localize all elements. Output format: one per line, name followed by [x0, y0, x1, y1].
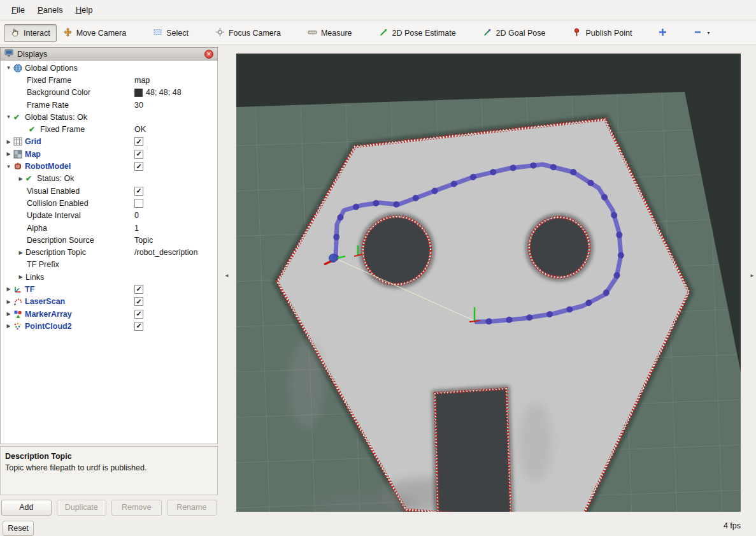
tree-row-markerarray[interactable]: ▶ MarkerArray ✓ [1, 308, 217, 320]
tool-label: Measure [321, 29, 352, 38]
fixed-frame-value[interactable]: map [134, 76, 150, 85]
pose-estimate-arrow-icon [379, 27, 389, 39]
displays-panel-icon [4, 49, 13, 59]
move-camera-tool-button[interactable]: Move Camera [57, 24, 133, 42]
alpha-value[interactable]: 1 [134, 224, 139, 233]
update-interval-value[interactable]: 0 [134, 211, 139, 220]
menu-file[interactable]: File [5, 2, 31, 18]
measure-tool-button[interactable]: Measure [301, 24, 359, 42]
laserscan-checkbox[interactable]: ✓ [134, 297, 143, 306]
displays-panel: Displays ✕ ▼ Global Options Fixed Frame … [0, 47, 218, 516]
tree-row-pointcloud2[interactable]: ▶ PointCloud2 ✓ [1, 320, 217, 332]
rename-button[interactable]: Rename [167, 500, 217, 516]
expander-closed-icon[interactable]: ▶ [4, 323, 13, 329]
expander-closed-icon[interactable]: ▶ [16, 274, 25, 280]
row-label: PointCloud2 [25, 322, 72, 331]
row-label: Description Source [27, 236, 94, 245]
displays-panel-header[interactable]: Displays ✕ [0, 47, 218, 61]
tree-row-background-color[interactable]: Background Color 48; 48; 48 [1, 87, 217, 99]
row-label: Update Interval [27, 211, 81, 220]
expander-closed-icon[interactable]: ▶ [4, 299, 13, 305]
goal-pose-tool-button[interactable]: 2D Goal Pose [476, 24, 552, 42]
row-label: Grid [25, 137, 41, 146]
expander-closed-icon[interactable]: ▶ [4, 139, 13, 145]
tree-row-description-topic[interactable]: ▶ Description Topic /robot_description [1, 246, 217, 258]
row-label: Fixed Frame [40, 125, 85, 134]
expander-closed-icon[interactable]: ▶ [4, 151, 13, 157]
color-swatch[interactable] [134, 89, 143, 97]
panel-title: Displays [17, 50, 201, 59]
displays-tree: ▼ Global Options Fixed Frame map Backgro… [0, 61, 218, 444]
tree-row-collision-enabled[interactable]: Collision Enabled [1, 197, 217, 209]
focus-camera-tool-button[interactable]: Focus Camera [209, 24, 287, 42]
pointcloud2-checkbox[interactable]: ✓ [134, 322, 143, 331]
frame-rate-value[interactable]: 30 [134, 101, 143, 110]
focus-camera-icon [215, 27, 225, 39]
expander-closed-icon[interactable]: ▶ [16, 250, 25, 256]
expander-open-icon[interactable]: ▼ [4, 114, 13, 120]
checkmark: ✓ [136, 150, 141, 157]
panel-collapse-left-handle[interactable]: ◄ [224, 273, 229, 279]
expander-open-icon[interactable]: ▼ [4, 65, 13, 71]
tool-label: Interact [24, 29, 50, 38]
tree-row-update-interval[interactable]: Update Interval 0 [1, 210, 217, 222]
map-icon [13, 150, 25, 159]
tree-row-tf-prefix[interactable]: TF Prefix [1, 259, 217, 271]
row-label: Visual Enabled [27, 187, 80, 196]
tree-row-global-status[interactable]: ▼ ✔ Global Status: Ok [1, 111, 217, 123]
remove-tool-button[interactable]: ▾ [687, 24, 716, 42]
description-topic-value[interactable]: /robot_description [134, 248, 197, 257]
menu-panels[interactable]: Panels [31, 2, 69, 18]
map-checkbox[interactable]: ✓ [134, 150, 143, 159]
checkmark: ✓ [136, 163, 141, 170]
pose-estimate-tool-button[interactable]: 2D Pose Estimate [373, 24, 462, 42]
expander-closed-icon[interactable]: ▶ [16, 176, 25, 182]
tree-row-visual-enabled[interactable]: Visual Enabled ✓ [1, 185, 217, 197]
tree-row-robotmodel[interactable]: ▼ RobotModel ✓ [1, 160, 217, 172]
tree-row-grid[interactable]: ▶ Grid ✓ [1, 136, 217, 148]
grid-checkbox[interactable]: ✓ [134, 137, 143, 146]
tool-label: Focus Camera [229, 29, 281, 38]
collision-enabled-checkbox[interactable] [134, 199, 143, 208]
remove-button[interactable]: Remove [111, 500, 162, 516]
row-label: Global Options [25, 64, 78, 73]
tree-row-description-source[interactable]: Description Source Topic [1, 234, 217, 246]
grid-icon [13, 137, 25, 146]
tree-row-tf[interactable]: ▶ TF ✓ [1, 283, 217, 295]
tree-row-links[interactable]: ▶ Links [1, 271, 217, 283]
tree-row-alpha[interactable]: Alpha 1 [1, 222, 217, 234]
expander-closed-icon[interactable]: ▶ [4, 311, 13, 317]
reset-button[interactable]: Reset [3, 521, 34, 536]
add-tool-button[interactable] [652, 24, 673, 42]
tree-row-fixed-frame[interactable]: Fixed Frame map [1, 74, 217, 86]
publish-point-tool-button[interactable]: Publish Point [566, 24, 638, 42]
select-tool-button[interactable]: Select [146, 24, 195, 42]
tf-checkbox[interactable]: ✓ [134, 285, 143, 294]
tree-row-robotmodel-status[interactable]: ▶ ✔ Status: Ok [1, 173, 217, 185]
tree-row-fixed-frame-status[interactable]: ✔ Fixed Frame OK [1, 123, 217, 135]
expander-open-icon[interactable]: ▼ [4, 164, 13, 170]
close-panel-button[interactable]: ✕ [204, 50, 213, 59]
3d-viewport[interactable] [236, 54, 741, 512]
description-source-value[interactable]: Topic [134, 236, 153, 245]
tree-row-frame-rate[interactable]: Frame Rate 30 [1, 99, 217, 111]
markerarray-icon [13, 310, 25, 319]
background-color-value[interactable]: 48; 48; 48 [146, 88, 182, 97]
panel-collapse-right-handle[interactable]: ► [750, 273, 755, 279]
toolbar: Interact Move Camera Select Focus Camera… [0, 21, 756, 45]
add-button[interactable]: Add [1, 500, 52, 516]
tree-row-global-options[interactable]: ▼ Global Options [1, 62, 217, 74]
robotmodel-checkbox[interactable]: ✓ [134, 162, 143, 171]
tree-row-map[interactable]: ▶ Map ✓ [1, 148, 217, 160]
interact-tool-button[interactable]: Interact [4, 24, 57, 42]
plus-icon [659, 28, 667, 38]
row-label: TF Prefix [27, 260, 59, 269]
visual-enabled-checkbox[interactable]: ✓ [134, 187, 143, 196]
duplicate-button[interactable]: Duplicate [57, 500, 107, 516]
map-pin-icon [572, 27, 581, 39]
expander-closed-icon[interactable]: ▶ [4, 286, 13, 292]
status-ok-check-icon: ✔ [29, 125, 40, 134]
menu-help[interactable]: Help [69, 2, 99, 18]
markerarray-checkbox[interactable]: ✓ [134, 310, 143, 319]
tree-row-laserscan[interactable]: ▶ LaserScan ✓ [1, 296, 217, 308]
